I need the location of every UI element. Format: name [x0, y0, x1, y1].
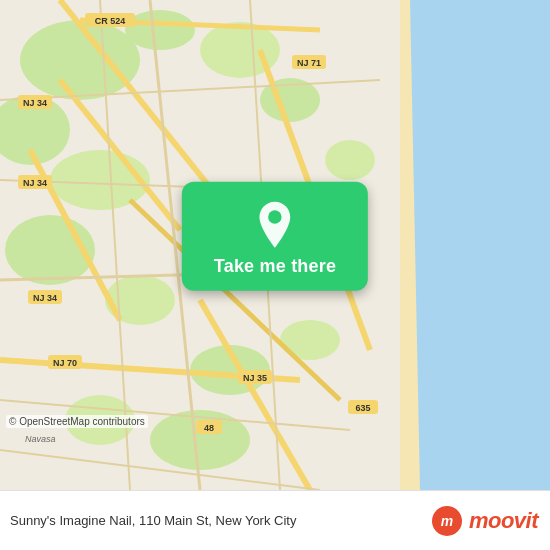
- svg-point-55: [268, 210, 281, 223]
- svg-text:NJ 70: NJ 70: [53, 358, 77, 368]
- moovit-brand-icon: m: [431, 505, 463, 537]
- take-me-there-button[interactable]: Take me there: [182, 182, 368, 291]
- svg-text:CR 524: CR 524: [95, 16, 126, 26]
- svg-point-16: [125, 10, 195, 50]
- svg-point-11: [150, 410, 250, 470]
- svg-text:NJ 35: NJ 35: [243, 373, 267, 383]
- moovit-text-label: moovit: [469, 508, 538, 534]
- svg-text:635: 635: [355, 403, 370, 413]
- osm-credit: © OpenStreetMap contributors: [6, 415, 148, 428]
- bottom-bar: Sunny's Imagine Nail, 110 Main St, New Y…: [0, 490, 550, 550]
- map-container: CR 524 NJ 34 NJ 34 NJ 34 NJ 71 NJ 71 NJ …: [0, 0, 550, 490]
- take-me-there-label: Take me there: [214, 256, 336, 277]
- svg-point-6: [50, 150, 150, 210]
- svg-text:m: m: [441, 513, 453, 529]
- svg-text:NJ 34: NJ 34: [33, 293, 57, 303]
- svg-point-4: [20, 20, 140, 100]
- take-me-there-overlay: Take me there: [182, 182, 368, 291]
- location-text: Sunny's Imagine Nail, 110 Main St, New Y…: [10, 513, 431, 528]
- svg-point-13: [325, 140, 375, 180]
- svg-text:NJ 34: NJ 34: [23, 98, 47, 108]
- moovit-logo: m moovit: [431, 505, 538, 537]
- svg-text:NJ 71: NJ 71: [297, 58, 321, 68]
- svg-text:Navasa: Navasa: [25, 434, 56, 444]
- map-pin-icon: [253, 200, 297, 250]
- svg-text:NJ 34: NJ 34: [23, 178, 47, 188]
- svg-text:48: 48: [204, 423, 214, 433]
